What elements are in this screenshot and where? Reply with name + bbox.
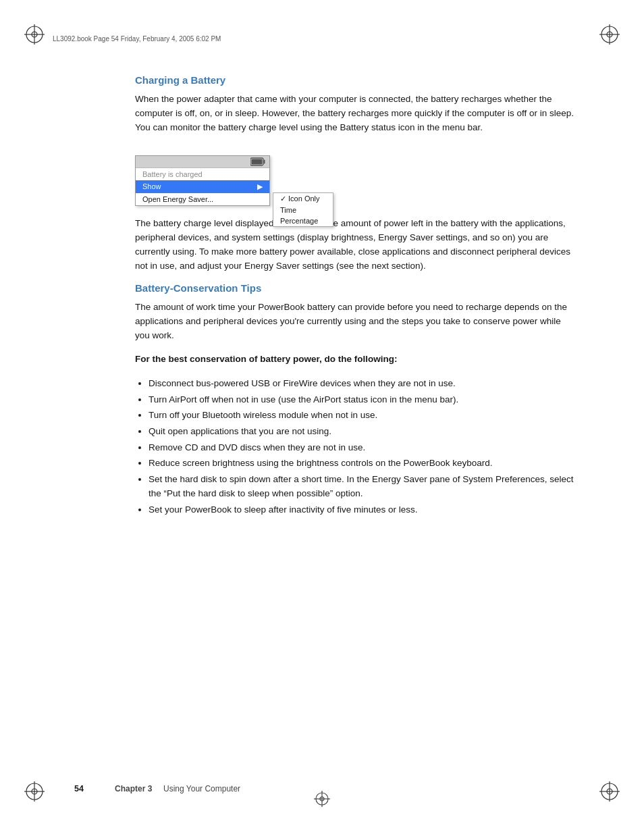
page-number: 54 xyxy=(74,784,95,793)
battery-menu-screenshot: Battery is charged Show ▶ Icon Only Time… xyxy=(135,155,270,206)
menu-battery-icon-row xyxy=(136,156,269,168)
list-item: Turn AirPort off when not in use (use th… xyxy=(149,392,576,407)
registration-mark-tl xyxy=(24,24,45,47)
submenu-time: Time xyxy=(273,205,333,215)
section1-title: Charging a Battery xyxy=(135,74,576,86)
list-item: Set the hard disk to spin down after a s… xyxy=(149,472,576,501)
menu-submenu: Icon Only Time Percentage xyxy=(273,192,333,227)
list-item: Reduce screen brightness using the brigh… xyxy=(149,456,576,471)
footer-crosshair xyxy=(314,791,330,810)
section2-bold-heading: For the best conservation of battery pow… xyxy=(135,353,576,367)
menu-open-energy-saver: Open Energy Saver... xyxy=(136,193,269,205)
list-item: Set your PowerBook to sleep after inacti… xyxy=(149,502,576,517)
section2-title: Battery-Conservation Tips xyxy=(135,282,576,294)
main-content: Charging a Battery When the power adapte… xyxy=(135,74,576,753)
page-header: LL3092.book Page 54 Friday, February 4, … xyxy=(53,35,221,43)
bullet-list: Disconnect bus-powered USB or FireWire d… xyxy=(149,376,576,517)
section2-paragraph1: The amount of work time your PowerBook b… xyxy=(135,301,576,343)
menu-battery-status: Battery is charged xyxy=(136,168,269,180)
svg-rect-17 xyxy=(264,159,265,163)
menu-show-item: Show ▶ xyxy=(136,180,269,193)
list-item: Remove CD and DVD discs when they are no… xyxy=(149,440,576,455)
section1-paragraph1: When the power adapter that came with yo… xyxy=(135,93,576,135)
submenu-percentage: Percentage xyxy=(273,215,333,226)
list-item: Quit open applications that you are not … xyxy=(149,424,576,439)
registration-mark-tr xyxy=(599,24,620,47)
section-battery-conservation: Battery-Conservation Tips The amount of … xyxy=(135,282,576,517)
submenu-icon-only: Icon Only xyxy=(273,193,333,205)
chapter-label: Chapter 3 Using Your Computer xyxy=(115,784,240,793)
battery-icon xyxy=(250,157,265,166)
list-item: Turn off your Bluetooth wireless module … xyxy=(149,408,576,423)
section-charging-battery: Charging a Battery When the power adapte… xyxy=(135,74,576,273)
svg-rect-18 xyxy=(252,159,263,164)
menu-show-row: Show ▶ Icon Only Time Percentage xyxy=(136,180,269,193)
list-item: Disconnect bus-powered USB or FireWire d… xyxy=(149,376,576,391)
section1-paragraph2: The battery charge level displayed is ba… xyxy=(135,217,576,273)
